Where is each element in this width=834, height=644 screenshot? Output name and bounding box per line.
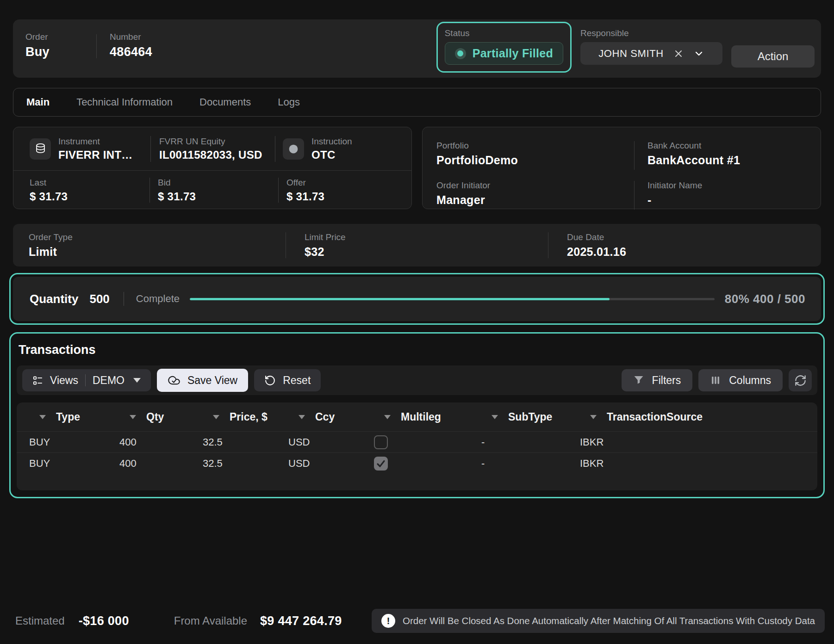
bank-account-field: Bank Account BankAccount #1: [634, 141, 821, 181]
refresh-icon: [794, 374, 807, 387]
order-initiator-label: Order Initiator: [436, 181, 634, 190]
status-dot-icon: [455, 48, 466, 59]
bid-value: $ 31.73: [158, 191, 278, 202]
multileg-checkbox[interactable]: [374, 457, 388, 471]
column-header-ccy[interactable]: Ccy: [276, 411, 361, 423]
sort-caret-icon[interactable]: [213, 415, 219, 419]
bank-account-label: Bank Account: [647, 141, 821, 150]
quantity-progress-bar: [190, 298, 715, 300]
refresh-button[interactable]: [789, 369, 812, 391]
circle-icon: [283, 138, 304, 160]
chevron-down-icon: [133, 378, 141, 383]
limit-price-label: Limit Price: [305, 233, 548, 242]
offer-price-field: Offer $ 31.73: [279, 178, 324, 202]
transactions-toolbar: Views DEMO Save View: [17, 365, 817, 395]
table-row[interactable]: BUY40032.5USD-IBKR: [17, 452, 817, 474]
initiator-name-label: Initiator Name: [647, 181, 821, 190]
bid-label: Bid: [158, 178, 278, 187]
tab-documents[interactable]: Documents: [199, 96, 251, 108]
portfolio-label: Portfolio: [436, 141, 634, 150]
sort-caret-icon[interactable]: [130, 415, 136, 419]
responsible-field: Responsible JOHN SMITH: [580, 19, 722, 65]
column-header-multileg[interactable]: Multileg: [361, 411, 469, 423]
sort-caret-icon[interactable]: [39, 415, 46, 419]
info-row: Instrument FIVERR INT… FVRR UN Equity IL…: [13, 127, 821, 209]
reset-button[interactable]: Reset: [254, 369, 321, 391]
order-side-value: Buy: [25, 46, 96, 58]
column-header-price[interactable]: Price, $: [190, 411, 276, 423]
notice-text: Order Will Be Closed As Done Automatical…: [403, 615, 815, 626]
initiator-name-value: -: [647, 194, 821, 206]
cell-qty: 400: [107, 436, 190, 448]
divider: [85, 374, 86, 386]
notice-banner: ! Order Will Be Closed As Done Automatic…: [372, 609, 825, 633]
instrument-label: Instrument: [58, 137, 133, 146]
quantity-progress-fill: [190, 298, 610, 300]
quantity-label: Quantity: [30, 292, 78, 306]
instrument-field: Instrument FIVERR INT…: [13, 137, 150, 161]
table-row[interactable]: BUY40032.5USD-IBKR: [17, 431, 817, 452]
quantity-highlight-box: Quantity 500 Complete 80% 400 / 500: [9, 273, 825, 325]
tab-bar: MainTechnical InformationDocumentsLogs: [13, 88, 821, 117]
status-badge[interactable]: Partially Filled: [445, 42, 563, 65]
order-number-label: Number: [110, 32, 152, 41]
sort-caret-icon[interactable]: [299, 415, 305, 419]
tab-technical-information[interactable]: Technical Information: [76, 96, 173, 108]
responsible-select[interactable]: JOHN SMITH: [580, 42, 722, 65]
columns-button[interactable]: Columns: [698, 369, 783, 391]
order-side-label: Order: [25, 32, 96, 41]
column-header-label: SubType: [508, 411, 552, 423]
instruction-value: OTC: [311, 149, 352, 161]
column-header-type[interactable]: Type: [17, 411, 107, 423]
tab-main[interactable]: Main: [26, 96, 50, 108]
order-number-field: Number 486464: [110, 19, 152, 58]
tab-logs[interactable]: Logs: [278, 96, 300, 108]
column-header-subtype[interactable]: SubType: [469, 411, 567, 423]
list-icon: [32, 375, 43, 386]
close-icon[interactable]: [673, 48, 684, 59]
rotate-ccw-icon: [264, 375, 276, 386]
cell-ccy: USD: [276, 458, 361, 470]
estimated-label: Estimated: [15, 614, 65, 627]
cell-price: 32.5: [190, 458, 276, 470]
portfolio-value: PortfolioDemo: [436, 155, 634, 166]
order-type-value: Limit: [29, 246, 286, 258]
status-text: Partially Filled: [473, 47, 553, 60]
action-button[interactable]: Action: [731, 45, 815, 68]
columns-label: Columns: [729, 374, 771, 387]
multileg-checkbox[interactable]: [374, 435, 388, 449]
sort-caret-icon[interactable]: [384, 415, 391, 419]
sort-caret-icon[interactable]: [492, 415, 498, 419]
chevron-down-icon[interactable]: [693, 48, 704, 59]
header-right-cluster: Status Partially Filled Responsible JOHN…: [436, 19, 815, 73]
views-button[interactable]: Views DEMO: [22, 369, 151, 391]
sort-caret-icon[interactable]: [590, 415, 597, 419]
cell-source: IBKR: [567, 458, 817, 470]
column-header-qty[interactable]: Qty: [107, 411, 190, 423]
equity-value: IL0011582033, USD: [159, 149, 262, 161]
column-header-transactionsource[interactable]: TransactionSource: [567, 411, 817, 423]
complete-label: Complete: [136, 293, 180, 305]
from-available-value: $9 447 264.79: [260, 614, 342, 628]
due-date-field: Due Date 2025.01.16: [548, 233, 626, 258]
views-button-label: Views: [50, 374, 78, 387]
order-initiator-field: Order Initiator Manager: [436, 181, 634, 221]
quantity-value: 500: [89, 292, 109, 306]
bid-price-field: Bid $ 31.73: [150, 178, 278, 202]
last-price-field: Last $ 31.73: [13, 178, 149, 202]
filters-button[interactable]: Filters: [622, 369, 693, 391]
last-value: $ 31.73: [30, 191, 149, 202]
save-view-button[interactable]: Save View: [157, 369, 248, 392]
cell-type: BUY: [17, 436, 107, 448]
quantity-card: Quantity 500 Complete 80% 400 / 500: [13, 277, 821, 321]
quantity-progress-text: 80% 400 / 500: [725, 292, 805, 306]
column-header-label: Ccy: [315, 411, 335, 423]
column-header-label: Price, $: [230, 411, 268, 423]
responsible-value: JOHN SMITH: [598, 48, 663, 60]
order-page: Order Buy Number 486464 Status Partially…: [0, 0, 834, 644]
column-header-label: Multileg: [401, 411, 441, 423]
order-side-field: Order Buy: [25, 19, 96, 58]
filters-label: Filters: [652, 374, 681, 387]
order-initiator-value: Manager: [436, 194, 634, 206]
cell-qty: 400: [107, 458, 190, 470]
